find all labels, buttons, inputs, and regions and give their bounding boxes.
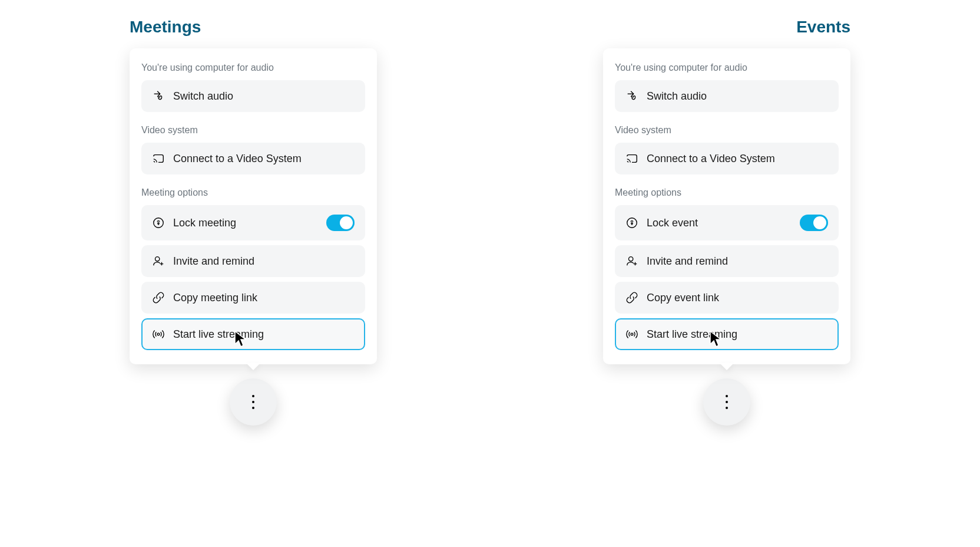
copy-link-label: Copy meeting link: [173, 292, 355, 304]
switch-audio-icon: [625, 90, 638, 103]
switch-audio-button[interactable]: Switch audio: [141, 80, 365, 112]
panel-title-events: Events: [603, 18, 850, 37]
svg-point-7: [631, 333, 633, 335]
lock-toggle[interactable]: [326, 215, 355, 231]
switch-audio-icon: [152, 90, 165, 103]
more-dots-icon: [252, 395, 254, 409]
lock-meeting-item[interactable]: Lock meeting: [141, 205, 365, 240]
panel-title-meetings: Meetings: [130, 18, 377, 37]
copy-link-label: Copy event link: [647, 292, 828, 304]
start-live-streaming-label: Start live streaming: [173, 328, 355, 341]
invite-icon: [152, 255, 165, 268]
switch-audio-label: Switch audio: [647, 90, 828, 103]
copy-link-button[interactable]: Copy meeting link: [141, 282, 365, 314]
svg-point-2: [155, 257, 160, 261]
start-live-streaming-label: Start live streaming: [647, 328, 828, 341]
connect-video-button[interactable]: Connect to a Video System: [141, 143, 365, 174]
svg-point-6: [629, 257, 633, 261]
audio-section-label: You're using computer for audio: [615, 62, 839, 73]
lock-event-item[interactable]: Lock event: [615, 205, 839, 240]
svg-point-5: [631, 223, 633, 224]
meeting-options-section-label: Meeting options: [141, 187, 365, 198]
switch-audio-button[interactable]: Switch audio: [615, 80, 839, 112]
start-live-streaming-button[interactable]: Start live streaming: [615, 318, 839, 350]
lock-icon: [152, 216, 165, 229]
audio-section-label: You're using computer for audio: [141, 62, 365, 73]
svg-point-1: [158, 223, 159, 224]
invite-remind-label: Invite and remind: [647, 255, 828, 268]
lock-icon: [625, 216, 638, 229]
lock-meeting-label: Lock meeting: [173, 217, 318, 229]
cast-icon: [152, 152, 165, 165]
invite-icon: [625, 255, 638, 268]
link-icon: [625, 291, 638, 304]
more-options-button[interactable]: [703, 378, 750, 426]
svg-point-3: [157, 333, 160, 335]
more-options-button[interactable]: [230, 378, 277, 426]
invite-remind-button[interactable]: Invite and remind: [141, 245, 365, 277]
events-popup: You're using computer for audio Switch a…: [603, 48, 850, 364]
connect-video-button[interactable]: Connect to a Video System: [615, 143, 839, 174]
lock-toggle[interactable]: [800, 215, 828, 231]
video-system-section-label: Video system: [141, 125, 365, 136]
cast-icon: [625, 152, 638, 165]
meetings-popup: You're using computer for audio Switch a…: [130, 48, 377, 364]
link-icon: [152, 291, 165, 304]
switch-audio-label: Switch audio: [173, 90, 355, 103]
meeting-options-section-label: Meeting options: [615, 187, 839, 198]
video-system-section-label: Video system: [615, 125, 839, 136]
connect-video-label: Connect to a Video System: [173, 153, 355, 165]
invite-remind-label: Invite and remind: [173, 255, 355, 268]
copy-link-button[interactable]: Copy event link: [615, 282, 839, 314]
invite-remind-button[interactable]: Invite and remind: [615, 245, 839, 277]
connect-video-label: Connect to a Video System: [647, 153, 828, 165]
lock-event-label: Lock event: [647, 217, 792, 229]
broadcast-icon: [152, 328, 165, 341]
start-live-streaming-button[interactable]: Start live streaming: [141, 318, 365, 350]
more-dots-icon: [726, 395, 728, 409]
broadcast-icon: [625, 328, 638, 341]
